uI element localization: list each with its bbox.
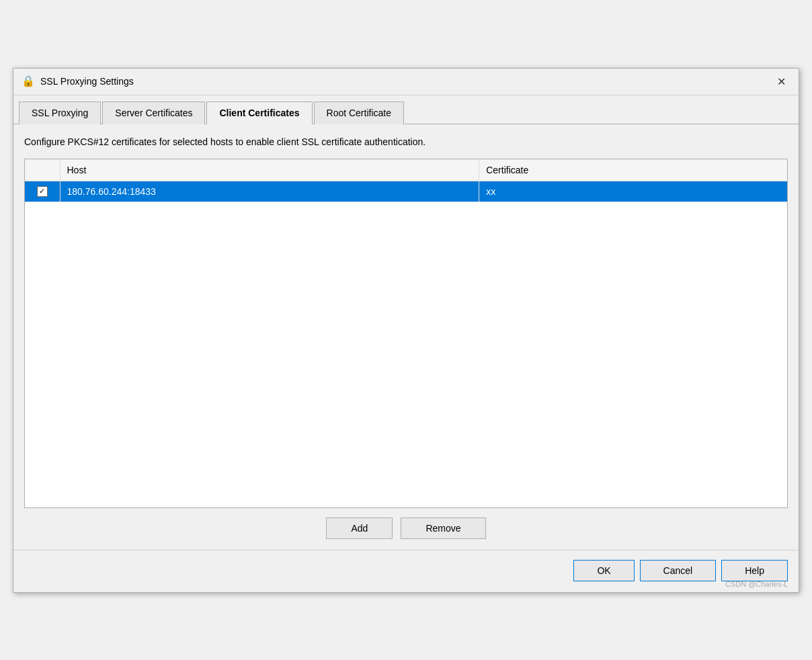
certificates-table-container: Host Certificate ✓ 180.76.60.244:18433 x… <box>24 159 788 508</box>
checkbox-container: ✓ <box>32 186 53 197</box>
tab-content: Configure PKCS#12 certificates for selec… <box>13 124 799 550</box>
dialog-title: SSL Proxying Settings <box>40 76 134 87</box>
row-check-cell: ✓ <box>25 181 60 202</box>
certificates-table: Host Certificate ✓ 180.76.60.244:18433 x… <box>25 159 787 202</box>
app-icon: 🔒 <box>22 75 35 88</box>
cancel-button[interactable]: Cancel <box>640 560 717 581</box>
table-header-row: Host Certificate <box>25 159 787 181</box>
footer-buttons: OK Cancel Help <box>573 560 788 581</box>
tab-ssl-proxying[interactable]: SSL Proxying <box>19 101 101 124</box>
col-header-check <box>25 159 60 181</box>
add-button[interactable]: Add <box>326 518 393 539</box>
tab-client-certificates[interactable]: Client Certificates <box>206 101 312 124</box>
col-header-host: Host <box>60 159 479 181</box>
watermark-text: CSDN @Charles-L <box>725 580 788 588</box>
col-header-certificate: Certificate <box>479 159 787 181</box>
dialog-footer: OK Cancel Help CSDN @Charles-L <box>13 550 799 592</box>
tab-server-certificates[interactable]: Server Certificates <box>102 101 205 124</box>
ssl-proxying-dialog: 🔒 SSL Proxying Settings ✕ SSL Proxying S… <box>13 68 799 593</box>
help-button[interactable]: Help <box>721 560 788 581</box>
title-bar-left: 🔒 SSL Proxying Settings <box>22 75 134 88</box>
description-text: Configure PKCS#12 certificates for selec… <box>24 135 788 149</box>
tab-root-certificate[interactable]: Root Certificate <box>314 101 404 124</box>
row-certificate-cell: xx <box>479 181 787 202</box>
tab-bar: SSL Proxying Server Certificates Client … <box>13 95 799 124</box>
title-bar: 🔒 SSL Proxying Settings ✕ <box>13 69 799 95</box>
table-body: ✓ 180.76.60.244:18433 xx <box>25 181 787 202</box>
ok-button[interactable]: OK <box>573 560 634 581</box>
checkbox[interactable]: ✓ <box>37 186 48 197</box>
row-host-cell: 180.76.60.244:18433 <box>60 181 479 202</box>
table-row[interactable]: ✓ 180.76.60.244:18433 xx <box>25 181 787 202</box>
table-buttons: Add Remove <box>24 518 788 539</box>
remove-button[interactable]: Remove <box>401 518 485 539</box>
close-button[interactable]: ✕ <box>772 72 790 91</box>
